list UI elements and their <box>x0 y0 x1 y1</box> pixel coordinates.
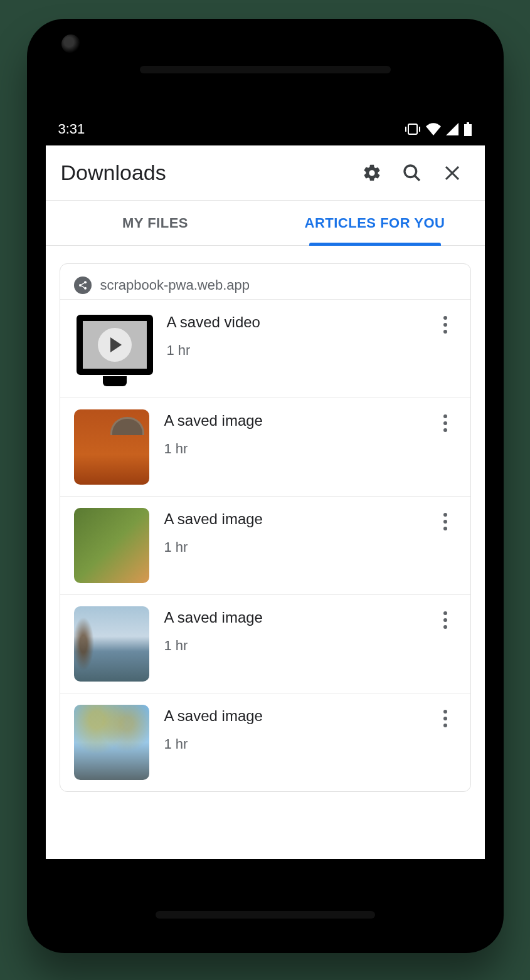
cell-signal-icon <box>446 123 458 135</box>
item-time: 1 hr <box>164 441 434 457</box>
item-more-button[interactable] <box>434 313 457 336</box>
search-button[interactable] <box>395 155 430 191</box>
item-title: A saved image <box>164 609 434 626</box>
more-vert-icon <box>443 710 447 727</box>
more-vert-icon <box>443 414 447 432</box>
item-time: 1 hr <box>164 638 434 654</box>
image-thumbnail <box>74 606 149 682</box>
tabs: MY FILES ARTICLES FOR YOU <box>46 201 485 246</box>
list-item[interactable]: A saved image 1 hr <box>60 594 470 693</box>
svg-point-10 <box>79 284 82 287</box>
tab-label: ARTICLES FOR YOU <box>305 215 445 231</box>
search-icon <box>402 163 422 183</box>
vibrate-icon <box>405 123 421 135</box>
status-bar: 3:31 <box>46 113 485 145</box>
item-title: A saved image <box>164 707 434 725</box>
item-time: 1 hr <box>164 539 434 556</box>
list-item[interactable]: A saved video 1 hr <box>60 299 470 398</box>
settings-button[interactable] <box>354 155 390 191</box>
svg-point-9 <box>84 281 87 283</box>
screen: 3:31 Downloads MY FILES <box>46 113 485 859</box>
page-title: Downloads <box>61 161 349 185</box>
svg-line-6 <box>415 176 420 181</box>
svg-point-11 <box>84 287 87 290</box>
image-thumbnail <box>74 705 149 780</box>
status-time: 3:31 <box>58 121 85 137</box>
item-more-button[interactable] <box>434 609 457 631</box>
item-more-button[interactable] <box>434 707 457 730</box>
app-header: Downloads <box>46 145 485 201</box>
gear-icon <box>362 163 382 183</box>
share-chip <box>74 277 92 294</box>
article-card: scrapbook-pwa.web.app A saved video 1 hr <box>60 263 471 792</box>
more-vert-icon <box>443 316 447 334</box>
more-vert-icon <box>443 513 447 530</box>
image-thumbnail <box>74 508 149 583</box>
svg-rect-0 <box>408 124 417 134</box>
tab-label: MY FILES <box>122 215 188 231</box>
item-more-button[interactable] <box>434 510 457 533</box>
close-icon <box>443 164 462 182</box>
more-vert-icon <box>443 611 447 629</box>
list-item[interactable]: A saved image 1 hr <box>60 496 470 594</box>
content-area: scrapbook-pwa.web.app A saved video 1 hr <box>46 246 485 859</box>
share-icon <box>78 280 88 290</box>
tab-articles-for-you[interactable]: ARTICLES FOR YOU <box>265 201 485 245</box>
phone-frame: 3:31 Downloads MY FILES <box>27 19 504 953</box>
item-title: A saved video <box>167 313 434 331</box>
item-title: A saved image <box>164 412 434 429</box>
svg-point-5 <box>405 166 416 177</box>
wifi-icon <box>426 123 441 135</box>
list-item[interactable]: A saved image 1 hr <box>60 693 470 791</box>
battery-icon <box>464 122 472 136</box>
svg-rect-1 <box>405 127 406 132</box>
item-more-button[interactable] <box>434 412 457 435</box>
source-row: scrapbook-pwa.web.app <box>60 264 470 299</box>
item-title: A saved image <box>164 510 434 528</box>
svg-rect-2 <box>419 127 420 132</box>
status-icons <box>405 122 472 136</box>
close-button[interactable] <box>435 155 470 191</box>
item-time: 1 hr <box>164 736 434 752</box>
source-text: scrapbook-pwa.web.app <box>100 277 250 293</box>
svg-rect-4 <box>464 124 472 136</box>
video-thumbnail <box>74 311 156 386</box>
item-time: 1 hr <box>167 342 434 359</box>
tab-my-files[interactable]: MY FILES <box>46 201 265 245</box>
list-item[interactable]: A saved image 1 hr <box>60 398 470 496</box>
svg-rect-3 <box>467 122 469 124</box>
image-thumbnail <box>74 409 149 485</box>
